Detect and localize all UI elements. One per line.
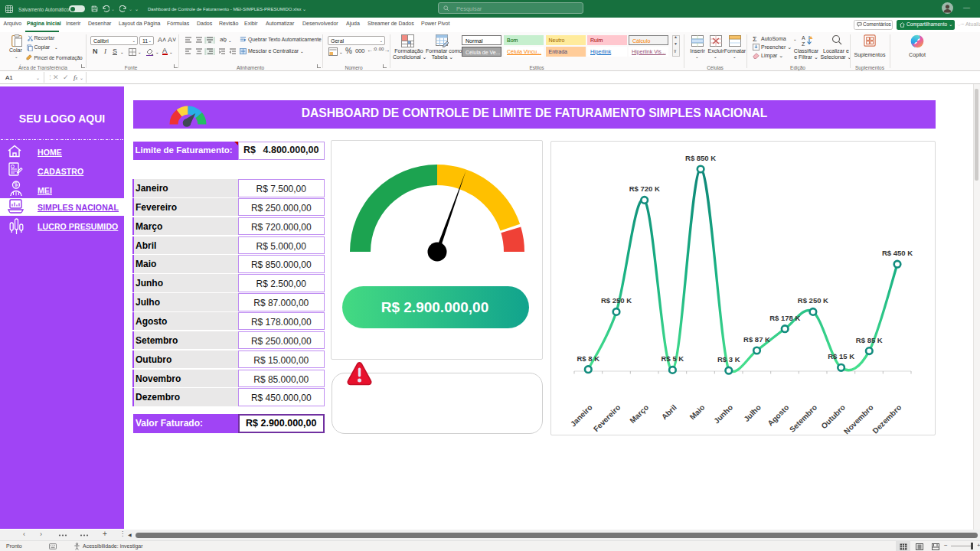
svg-text:Junho: Junho <box>712 403 734 425</box>
svg-text:R$ 8 K: R$ 8 K <box>577 354 600 363</box>
svg-text:Outubro: Outubro <box>819 403 847 431</box>
svg-text:Fevereiro: Fevereiro <box>592 403 622 434</box>
svg-text:R$ 250 K: R$ 250 K <box>798 296 828 305</box>
svg-text:Setembro: Setembro <box>788 403 818 434</box>
svg-text:R$ 5 K: R$ 5 K <box>662 354 684 363</box>
svg-text:R$ 450 K: R$ 450 K <box>882 249 913 257</box>
svg-text:Z: Z <box>802 41 805 47</box>
svg-text:Dezembro: Dezembro <box>871 403 903 435</box>
svg-text:R$ 3 K: R$ 3 K <box>717 355 740 364</box>
svg-text:R$ 15 K: R$ 15 K <box>828 352 854 360</box>
svg-text:R$ 87 K: R$ 87 K <box>743 335 770 344</box>
svg-text:Maio: Maio <box>688 403 707 422</box>
svg-text:R$ 178 K: R$ 178 K <box>769 314 800 322</box>
svg-text:Julho: Julho <box>742 403 763 424</box>
svg-text:R$ 85 K: R$ 85 K <box>856 336 883 344</box>
svg-text:Abril: Abril <box>660 403 678 421</box>
svg-text:Janeiro: Janeiro <box>569 403 594 429</box>
svg-text:R$ 250 K: R$ 250 K <box>601 296 632 305</box>
svg-text:R$ 2.900.000,00: R$ 2.900.000,00 <box>381 299 489 315</box>
svg-text:Março: Março <box>629 403 651 425</box>
svg-text:Novembro: Novembro <box>842 403 875 435</box>
svg-text:R$ 850 K: R$ 850 K <box>685 154 716 162</box>
svg-text:Agosto: Agosto <box>766 403 790 428</box>
svg-text:A: A <box>802 35 805 41</box>
svg-text:R$ 720 K: R$ 720 K <box>629 184 660 193</box>
